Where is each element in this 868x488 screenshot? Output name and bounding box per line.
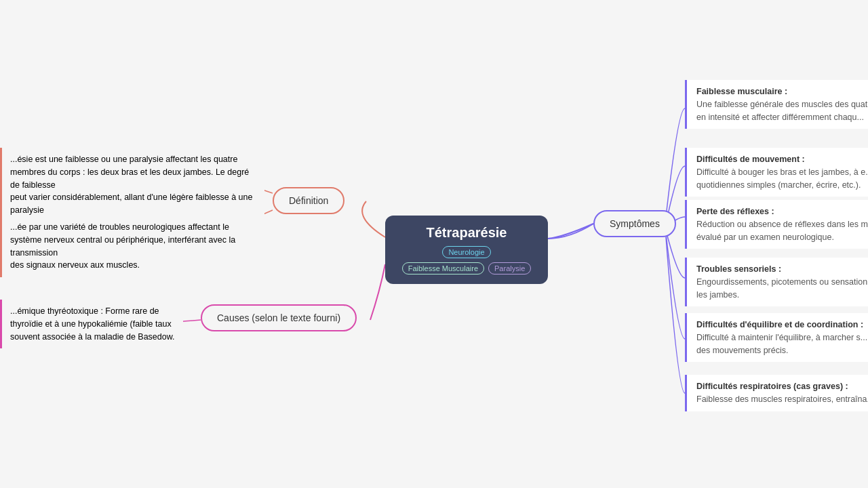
definition-node[interactable]: Définition <box>273 187 344 214</box>
sym-desc-3: Réduction ou absence de réflexes dans le… <box>696 218 868 244</box>
sym-desc-1: Une faiblesse générale des muscles des q… <box>696 98 868 124</box>
definition-text-2-content: ...ée par une variété de troubles neurol… <box>10 222 235 270</box>
symptom-box-5: Difficultés d'équilibre et de coordinati… <box>685 313 868 362</box>
tag-paralysie: Paralysie <box>488 262 531 274</box>
symptom-box-4: Troubles sensoriels : Engourdissements, … <box>685 258 868 306</box>
symptom-box-2: Difficultés de mouvement : Difficulté à … <box>685 148 868 197</box>
causes-label: Causes (selon le texte fourni) <box>217 312 340 323</box>
symptom-box-3: Perte des réflexes : Réduction ou absenc… <box>685 200 868 249</box>
definition-text-2: ...ée par une variété de troubles neurol… <box>0 216 264 277</box>
causes-text: ...émique thyréotoxique : Forme rare det… <box>0 300 183 348</box>
sym-desc-4: Engourdissements, picotements ou sensati… <box>696 276 868 302</box>
central-tags: Neurologie Faiblesse Musculaire Paralysi… <box>400 246 533 274</box>
central-title: Tétraparésie <box>400 225 533 241</box>
causes-node[interactable]: Causes (selon le texte fourni) <box>201 304 357 331</box>
symptom-box-6: Difficultés respiratoires (cas graves) :… <box>685 375 868 411</box>
symptom-box-1: Faiblesse musculaire : Une faiblesse gén… <box>685 80 868 129</box>
sym-title-4: Troubles sensoriels : <box>696 263 868 276</box>
causes-text-content: ...émique thyréotoxique : Forme rare det… <box>10 306 175 342</box>
tag-faiblesse: Faiblesse Musculaire <box>402 262 484 274</box>
sym-title-6: Difficultés respiratoires (cas graves) : <box>696 380 868 393</box>
sym-desc-2: Difficulté à bouger les bras et les jamb… <box>696 166 868 192</box>
tag-neurologie: Neurologie <box>442 246 490 258</box>
central-node: Tétraparésie Neurologie Faiblesse Muscul… <box>385 216 548 284</box>
symptomes-label: Symptômes <box>610 218 660 229</box>
sym-title-2: Difficultés de mouvement : <box>696 153 868 166</box>
sym-title-5: Difficultés d'équilibre et de coordinati… <box>696 319 868 331</box>
symptomes-node[interactable]: Symptômes <box>593 210 676 237</box>
sym-title-3: Perte des réflexes : <box>696 205 868 218</box>
sym-desc-6: Faiblesse des muscles respiratoires, ent… <box>696 393 868 406</box>
sym-desc-5: Difficulté à maintenir l'équilibre, à ma… <box>696 331 868 357</box>
sym-title-1: Faiblesse musculaire : <box>696 85 868 98</box>
definition-label: Définition <box>289 195 328 206</box>
